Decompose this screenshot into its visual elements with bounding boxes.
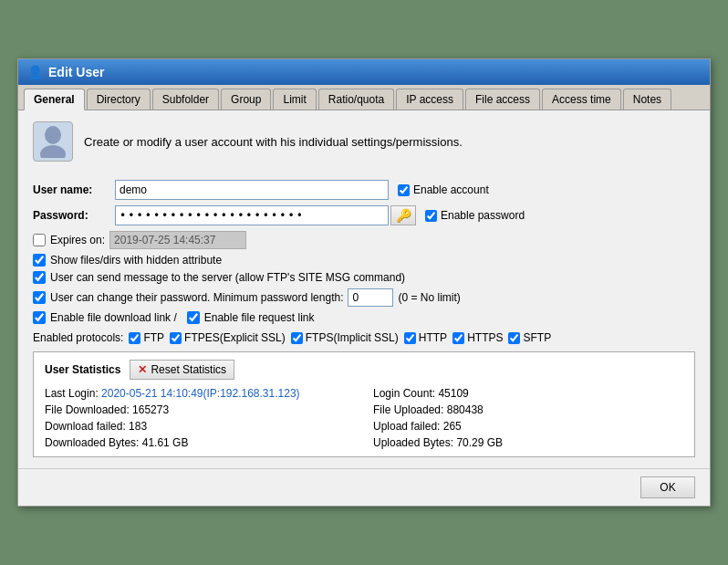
expires-row: Expires on: [33, 231, 695, 249]
last-login-value: 2020-05-21 14:10:49(IP:192.168.31.123) [101, 387, 300, 400]
stats-title: User Statistics [45, 363, 120, 376]
last-login-stat: Last Login: 2020-05-21 14:10:49(IP:192.1… [45, 387, 355, 400]
min-password-input[interactable] [348, 288, 393, 307]
show-hidden-label: Show files/dirs with hidden attribute [50, 254, 222, 267]
tab-directory[interactable]: Directory [87, 89, 151, 110]
tab-ip-access[interactable]: IP access [396, 89, 463, 110]
reset-icon: ✕ [138, 363, 147, 376]
site-msg-row: User can send message to the server (all… [33, 271, 695, 284]
stats-header: User Statistics ✕ Reset Statistics [45, 360, 683, 380]
reset-statistics-button[interactable]: ✕ Reset Statistics [130, 360, 234, 380]
no-limit-note: (0 = No limit) [398, 291, 460, 304]
protocol-ftpes: FTPES(Explicit SSL) [170, 331, 286, 344]
protocols-label: Enabled protocols: [33, 331, 123, 344]
show-hidden-checkbox[interactable] [33, 254, 46, 267]
expires-checkbox[interactable] [33, 234, 46, 246]
protocol-sftp: SFTP [508, 331, 551, 344]
tab-general[interactable]: General [24, 89, 85, 110]
expires-input[interactable] [109, 231, 246, 249]
upload-failed-value: 265 [443, 420, 462, 433]
protocol-ftps: FTPS(Implicit SSL) [291, 331, 399, 344]
protocol-https-label: HTTPS [467, 331, 503, 344]
change-password-checkbox[interactable] [33, 291, 46, 304]
protocol-ftpes-checkbox[interactable] [170, 332, 182, 344]
enable-account-row: Enable account [398, 183, 489, 196]
protocol-ftp: FTP [129, 331, 164, 344]
tabs-bar: General Directory Subfolder Group Limit … [18, 85, 710, 110]
file-downloaded-value: 165273 [132, 403, 169, 416]
username-row: User name: Enable account [33, 180, 695, 200]
general-tab-content: Create or modify a user account with his… [18, 110, 710, 468]
protocol-http-checkbox[interactable] [404, 332, 416, 344]
file-downloaded-label: File Downloaded: [45, 403, 130, 416]
enable-account-label: Enable account [413, 183, 489, 196]
downloaded-bytes-value: 41.61 GB [142, 436, 189, 449]
login-count-value: 45109 [438, 387, 468, 400]
uploaded-bytes-stat: Uploaded Bytes: 70.29 GB [373, 436, 683, 449]
enable-password-checkbox[interactable] [425, 210, 437, 222]
protocol-http: HTTP [404, 331, 447, 344]
upload-failed-stat: Upload failed: 265 [373, 420, 683, 433]
password-generate-button[interactable]: 🔑 [390, 205, 416, 225]
login-count-stat: Login Count: 45109 [373, 387, 683, 400]
tab-file-access[interactable]: File access [465, 89, 540, 110]
show-hidden-row: Show files/dirs with hidden attribute [33, 254, 695, 267]
file-uploaded-label: File Uploaded: [373, 403, 443, 416]
svg-point-1 [40, 145, 66, 158]
protocol-http-label: HTTP [419, 331, 447, 344]
request-link-label: Enable file request link [204, 311, 315, 324]
file-uploaded-value: 880438 [447, 403, 484, 416]
stats-grid: Last Login: 2020-05-21 14:10:49(IP:192.1… [45, 387, 683, 449]
tab-group[interactable]: Group [221, 89, 271, 110]
upload-failed-label: Upload failed: [373, 420, 440, 433]
tab-ratio-quota[interactable]: Ratio/quota [318, 89, 394, 110]
enable-password-label: Enable password [441, 209, 525, 222]
site-msg-label: User can send message to the server (all… [50, 271, 405, 284]
header-description: Create or modify a user account with his… [84, 135, 463, 149]
tab-subfolder[interactable]: Subfolder [152, 89, 219, 110]
password-row: Password: 🔑 Enable password [33, 205, 695, 225]
uploaded-bytes-label: Uploaded Bytes: [373, 436, 453, 449]
change-password-row: User can change their password. Minimum … [33, 288, 695, 307]
protocols-row: Enabled protocols: FTP FTPES(Explicit SS… [33, 331, 695, 344]
site-msg-checkbox[interactable] [33, 271, 46, 284]
password-label: Password: [33, 209, 115, 222]
tab-notes[interactable]: Notes [623, 89, 671, 110]
ok-button[interactable]: OK [640, 476, 695, 498]
download-link-checkbox[interactable] [33, 311, 46, 324]
protocol-ftp-label: FTP [143, 331, 164, 344]
download-failed-stat: Download failed: 183 [45, 420, 355, 433]
reset-btn-label: Reset Statistics [151, 363, 226, 376]
dialog-title: Edit User [48, 65, 104, 79]
downloaded-bytes-label: Downloaded Bytes: [45, 436, 139, 449]
protocol-https: HTTPS [452, 331, 503, 344]
tab-access-time[interactable]: Access time [542, 89, 621, 110]
protocol-sftp-checkbox[interactable] [508, 332, 520, 344]
protocol-sftp-label: SFTP [523, 331, 551, 344]
title-bar: 👤 Edit User [18, 59, 710, 85]
user-header: Create or modify a user account with his… [33, 121, 695, 169]
password-input[interactable] [115, 205, 389, 225]
protocol-ftpes-label: FTPES(Explicit SSL) [184, 331, 286, 344]
username-input[interactable] [115, 180, 389, 200]
downloaded-bytes-stat: Downloaded Bytes: 41.61 GB [45, 436, 355, 449]
enable-account-checkbox[interactable] [398, 184, 410, 196]
avatar [33, 121, 73, 162]
expires-label: Expires on: [50, 234, 105, 246]
statistics-box: User Statistics ✕ Reset Statistics Last … [33, 351, 695, 457]
protocol-ftp-checkbox[interactable] [129, 332, 140, 344]
last-login-label: Last Login: [45, 387, 99, 400]
protocol-ftps-label: FTPS(Implicit SSL) [306, 331, 399, 344]
edit-user-dialog: 👤 Edit User General Directory Subfolder … [17, 58, 711, 507]
request-link-checkbox[interactable] [187, 311, 200, 324]
download-failed-label: Download failed: [45, 420, 126, 433]
svg-point-0 [45, 126, 61, 144]
protocol-ftps-checkbox[interactable] [291, 332, 303, 344]
download-link-label: Enable file download link / [50, 311, 177, 324]
file-downloaded-stat: File Downloaded: 165273 [45, 403, 355, 416]
file-uploaded-stat: File Uploaded: 880438 [373, 403, 683, 416]
protocol-https-checkbox[interactable] [452, 332, 464, 344]
dialog-icon: 👤 [27, 65, 43, 79]
enable-password-row: Enable password [425, 209, 525, 222]
tab-limit[interactable]: Limit [273, 89, 316, 110]
